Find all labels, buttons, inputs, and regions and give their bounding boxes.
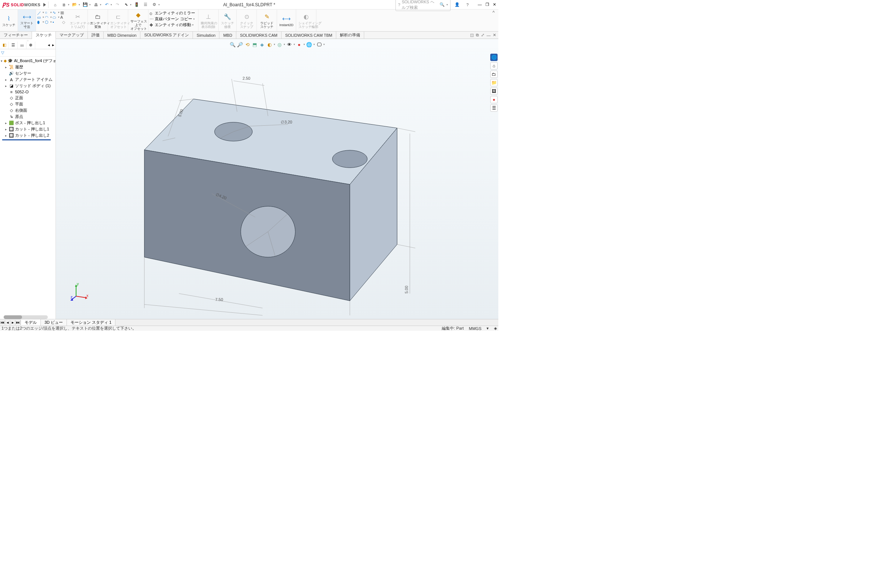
surface-offset-button[interactable]: ◆サーフェス 上で オフセット [128, 9, 148, 31]
expand-icon[interactable]: ▾ [1, 59, 3, 63]
expand-icon[interactable]: ▸ [4, 128, 8, 131]
graphics-viewport[interactable]: 2.50 5.00 ∅3.20 ∅4.20 7.50 5.00 🔍 🔎 ⟲ ⬒ … [56, 39, 498, 319]
home-button[interactable]: ⌂ [51, 1, 60, 9]
tree-item[interactable]: ▸🟩ボス - 押し出し1 [1, 120, 55, 126]
ft-next-icon[interactable]: ▸ [51, 43, 56, 47]
restore-button[interactable]: ❐ [486, 2, 489, 7]
point-icon[interactable]: • [52, 20, 57, 24]
help-icon[interactable]: ? [465, 2, 470, 8]
sketch-button[interactable]: ⌇ スケッチ [0, 9, 18, 31]
appearance-icon[interactable]: ● [296, 41, 303, 48]
tab-スケッチ[interactable]: スケッチ [32, 32, 56, 39]
prev-view-icon[interactable]: ⟲ [244, 41, 250, 48]
status-units[interactable]: MMGS [469, 326, 482, 331]
circle-icon[interactable]: ○ [45, 10, 49, 15]
eye-icon[interactable]: 👁 [286, 41, 292, 48]
panel-expand-icon[interactable]: ⤢ [481, 33, 484, 38]
polygon-icon[interactable]: ⬡ [45, 20, 49, 24]
close-button[interactable]: ✕ [493, 2, 496, 7]
btab-next-icon[interactable]: ▸ [10, 320, 15, 325]
rapid-sketch-button[interactable]: ✎ラピッドスケッチ [257, 9, 277, 31]
arc-icon[interactable]: ◠ [45, 15, 49, 20]
tree-item[interactable]: 🔊センサー [1, 70, 55, 76]
orient-icon[interactable]: ◈ [259, 41, 266, 48]
spline-icon[interactable]: ∿ [52, 10, 57, 15]
tp-explorer-icon[interactable]: 📁 [490, 79, 498, 86]
tp-globe-icon[interactable]: 🌐 [490, 54, 498, 61]
status-dd-icon[interactable]: ▾ [487, 326, 489, 331]
display-state-icon[interactable]: ◐ [266, 41, 273, 48]
tree-item[interactable]: ◇正面 [1, 95, 55, 101]
ft-tab-property[interactable]: ☰ [9, 42, 18, 49]
ft-prev-icon[interactable]: ◂ [46, 43, 51, 47]
plane-icon[interactable]: ◇ [62, 20, 66, 24]
tree-item[interactable]: ◇右側面 [1, 107, 55, 114]
slot-icon[interactable]: ⬮ [37, 20, 42, 24]
zoom-fit-icon[interactable]: 🔍 [230, 41, 236, 48]
tree-item[interactable]: ↳原点 [1, 114, 55, 120]
ft-tab-config[interactable]: ⚏ [18, 42, 27, 49]
horizontal-scrollbar[interactable] [4, 315, 48, 319]
tree-root[interactable]: ▾ ◆ 🎓 Al_Board1_for4 (デフォル [1, 58, 55, 64]
tp-view-icon[interactable]: 🖼 [490, 87, 498, 95]
panel-close-icon[interactable]: ✕ [493, 33, 496, 38]
tree-item[interactable]: ▸🔲カット - 押し出し1 [1, 126, 55, 132]
tree-item[interactable]: ▸Aアノテート アイテム [1, 76, 55, 82]
expand-icon[interactable]: ▸ [4, 65, 8, 69]
redo-button[interactable]: ↷ [113, 1, 122, 9]
help-search-input[interactable]: ? SOLIDWORKS ヘルプ検索 🔍▾ [395, 0, 450, 11]
new-button[interactable]: 🗎▾ [60, 1, 70, 9]
undo-button[interactable]: ↶▾ [102, 1, 113, 9]
tab-mbd[interactable]: MBD [219, 32, 236, 39]
panel-layout1-icon[interactable]: ◫ [470, 33, 474, 38]
print-button[interactable]: 🖶▾ [92, 1, 102, 9]
bottom-tab-0[interactable]: モデル [21, 320, 41, 326]
status-custom-icon[interactable]: ◈ [494, 326, 497, 331]
btab-first-icon[interactable]: ⏮ [0, 320, 5, 325]
hide-show-icon[interactable]: ◎ [276, 41, 283, 48]
tp-appearance-icon[interactable]: ● [490, 96, 498, 103]
tab-solidworks-cam[interactable]: SOLIDWORKS CAM [236, 32, 282, 39]
ft-tab-dim[interactable]: ⊕ [27, 42, 35, 49]
screen-icon[interactable]: 🖵 [316, 41, 322, 48]
minimize-button[interactable]: — [478, 2, 482, 7]
panel-layout2-icon[interactable]: ⧉ [476, 33, 479, 38]
rect-icon[interactable]: ▭ [37, 15, 42, 20]
ft-filter-button[interactable]: ▽ [0, 49, 56, 57]
expand-icon[interactable]: ▸ [4, 134, 8, 138]
user-icon[interactable]: 👤 [454, 2, 460, 8]
section-icon[interactable]: ⬒ [251, 41, 258, 48]
tab-解析の準備[interactable]: 解析の準備 [336, 32, 364, 39]
tree-item[interactable]: ▸◪ソリッド ボディ (1) [1, 82, 55, 89]
btab-prev-icon[interactable]: ◂ [5, 320, 10, 325]
tab-solidworks-cam-tbm[interactable]: SOLIDWORKS CAM TBM [282, 32, 336, 39]
select-button[interactable]: ⬉▾ [122, 1, 132, 9]
traffic-button[interactable]: 🚦 [132, 1, 141, 9]
list-button[interactable]: ☰ [141, 1, 150, 9]
line-icon[interactable]: ／ [37, 10, 42, 15]
tab-フィーチャー[interactable]: フィーチャー [0, 32, 32, 39]
btab-last-icon[interactable]: ⏭ [15, 320, 21, 325]
tree-item[interactable]: ▸📜履歴 [1, 64, 55, 70]
ellipse-icon[interactable]: ⬭ [52, 15, 57, 20]
instant2d-button[interactable]: ⟷Instant2D [277, 9, 296, 31]
tree-item[interactable]: ≡5052-O [1, 89, 55, 95]
tab-solidworks-アドイン[interactable]: SOLIDWORKS アドイン [140, 32, 193, 39]
panel-minus-icon[interactable]: — [487, 33, 490, 38]
smart-dimension-button[interactable]: ⟷ スマート 寸法 [18, 9, 36, 31]
tab-評価[interactable]: 評価 [88, 32, 104, 39]
text-icon[interactable]: A [60, 15, 64, 20]
tab-mbd-dimension[interactable]: MBD Dimension [104, 32, 140, 39]
tp-library-icon[interactable]: 🗀 [490, 70, 498, 78]
play-icon[interactable] [44, 3, 46, 7]
options-button[interactable]: ⚙▾ [150, 1, 160, 9]
tree-item[interactable]: ◇平面 [1, 101, 55, 107]
expand-icon[interactable]: ▸ [4, 78, 8, 82]
orientation-triad[interactable]: y x z [70, 282, 89, 301]
tab-マークアップ[interactable]: マークアップ [56, 32, 88, 39]
expand-icon[interactable]: ▸ [4, 121, 8, 125]
bottom-tab-1[interactable]: 3D ビュー [41, 320, 67, 326]
zoom-area-icon[interactable]: 🔎 [237, 41, 243, 48]
tree-item[interactable]: ▸🔲カット - 押し出し2 [1, 132, 55, 138]
grid-icon[interactable]: ▦ [60, 10, 64, 15]
